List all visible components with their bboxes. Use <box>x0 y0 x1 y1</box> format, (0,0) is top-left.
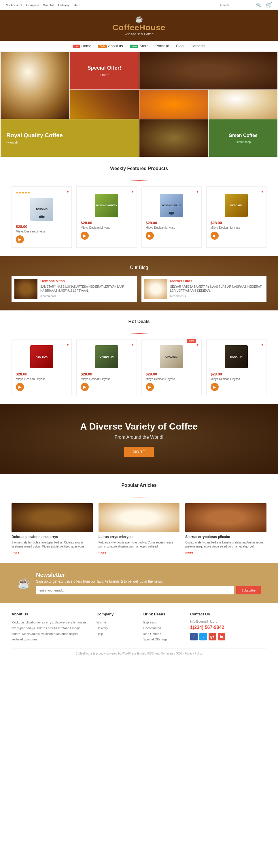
hero-green-coffee[interactable]: Green Coffee • enter shop <box>208 119 277 157</box>
blog-post-title[interactable]: Mertas Bitas <box>170 279 264 283</box>
product-image: RED BOX <box>16 344 67 370</box>
googleplus-icon[interactable]: g+ <box>208 633 216 641</box>
footer: About Us Reckuuis plicabo neiras errys. … <box>0 603 278 664</box>
newsletter-content: Newsletter Sign up to get exclusive offe… <box>36 572 261 594</box>
cart-icon[interactable]: 🛒 <box>266 2 272 8</box>
nav-home[interactable]: HotHome <box>73 44 91 48</box>
hero-royal-quality[interactable]: Royal Quality Coffee • view all <box>1 119 139 157</box>
wishlist-icon[interactable]: ♥ <box>261 343 263 347</box>
add-to-cart-button[interactable]: ▶ <box>146 383 154 391</box>
hero-special-offer[interactable]: Special Offer! + more <box>70 52 139 90</box>
footer-link-special[interactable]: Special Offerings <box>143 637 182 643</box>
product-image: NESCAFE <box>211 192 262 218</box>
article-card: Doloras plicabo neiras errys Savoreis et… <box>11 503 93 554</box>
top-bar-right: 🔍 🛒 <box>217 2 272 8</box>
royal-link[interactable]: • view all <box>6 141 18 144</box>
article-text: Ketuais ety lert oulis avertypar badiys.… <box>99 540 180 549</box>
product-name: Mieya Desisan Linyass <box>16 377 67 381</box>
wishlist-icon[interactable]: ♥ <box>196 343 198 347</box>
article-more-link[interactable]: more <box>11 551 19 554</box>
featured-products-section: Weekly Featured Products ★★★★★ ♥ TOSSIMO… <box>0 157 278 256</box>
article-title: Doloras plicabo neiras errys <box>11 535 93 539</box>
footer-about-text: Reckuuis plicabo neiras errys. Savoreis … <box>11 620 88 643</box>
product-price: $28.00 <box>16 372 67 376</box>
newsletter-email-input[interactable] <box>36 586 234 594</box>
blog-card: Demose Vitas SAMETARY NABEILUINAS ARTESA… <box>11 276 137 302</box>
add-to-cart-button[interactable]: ▶ <box>146 231 154 240</box>
special-offer-link[interactable]: + more <box>100 73 109 76</box>
wishlist-icon[interactable]: ♥ <box>66 343 68 347</box>
newsletter-section: ☕ Newsletter Sign up to get exclusive of… <box>0 563 278 603</box>
nav-about[interactable]: SaleAbout us <box>98 44 123 48</box>
facebook-icon[interactable]: f <box>190 633 198 641</box>
product-image: TOSSIMO BLUE <box>146 192 197 218</box>
wishlist-icon[interactable]: ♥ <box>131 190 133 194</box>
blog-content: Demose Vitas SAMETARY NABEILUINAS ARTESA… <box>40 279 134 299</box>
blog-post-text: SELYAR ARTESA SAMETARY NAAS TUASIAR NASI… <box>170 285 264 293</box>
product-name: Mieya Desisan Linyass <box>81 377 132 381</box>
footer-link-espresso[interactable]: Espresso <box>143 620 182 625</box>
footer-link-wishlist[interactable]: Wishlist <box>96 620 135 625</box>
articles-grid: Doloras plicabo neiras errys Savoreis et… <box>11 503 267 554</box>
nav-contacts[interactable]: Contacts <box>190 44 205 48</box>
twitter-icon[interactable]: t <box>199 633 207 641</box>
link-my-account[interactable]: My Account <box>6 3 22 7</box>
footer-link-decoffinated[interactable]: Decoffinated <box>143 625 182 631</box>
product-image: TOSSIMO GREEN <box>81 192 132 218</box>
link-wishlist[interactable]: Wishlist <box>43 3 54 7</box>
link-delivery[interactable]: Delivery <box>58 3 70 7</box>
footer-drinks: Drink Beans Espresso Decoffinated Iced C… <box>143 612 182 643</box>
article-text: Savoreis ety lert ouleis avertypar badiy… <box>11 540 93 549</box>
article-card: Slarrus errycoloras plicabo Codex aveter… <box>185 503 267 554</box>
product-image: GREEN TIN <box>81 344 132 370</box>
blog-card: Mertas Bitas SELYAR ARTESA SAMETARY NAAS… <box>141 276 267 302</box>
footer-email: info@domailink.org <box>190 620 267 623</box>
main-nav: HotHome SaleAbout us NewStore Portfolio … <box>0 41 278 52</box>
deal-card: Sale ♥ ORGANIC $28.00 Mieya Desisan Liny… <box>141 340 202 395</box>
footer-link-iced[interactable]: Iced Coffees <box>143 631 182 637</box>
article-more-link[interactable]: more <box>185 551 193 554</box>
blog-image <box>144 279 167 299</box>
wishlist-icon[interactable]: ♥ <box>196 190 198 194</box>
hot-deals-grid: ♥ RED BOX $28.00 Mieya Desisan Linyass ▶… <box>11 340 267 395</box>
brand-name: CoffeeHouse <box>113 23 166 32</box>
blog-post-text: SAMETARY NABEILUINAS ARTESA KEDIERAT LER… <box>40 285 134 293</box>
product-thumbnail: GREEN TIN <box>95 345 118 368</box>
footer-link-delivery[interactable]: Delivery <box>96 625 135 631</box>
nav-portfolio[interactable]: Portfolio <box>156 44 169 48</box>
wishlist-icon[interactable]: ♥ <box>131 343 133 347</box>
blog-image <box>15 279 37 299</box>
search-input[interactable] <box>217 3 254 8</box>
sale-badge: Sale <box>187 339 196 343</box>
footer-phone: 1(234) 567-9842 <box>190 625 267 630</box>
search-button[interactable]: 🔍 <box>254 2 263 8</box>
green-coffee-link[interactable]: • enter shop <box>235 141 251 144</box>
add-to-cart-button[interactable]: ▶ <box>16 383 24 391</box>
more-button[interactable]: MORE <box>124 447 154 457</box>
wishlist-icon[interactable]: ♥ <box>66 190 68 194</box>
badge-hot: Hot <box>73 44 80 48</box>
link-compare[interactable]: Compare <box>26 3 39 7</box>
footer-link-help[interactable]: Help <box>96 631 135 637</box>
article-text: Codex avetertyp ne badreys kanetaris ety… <box>185 540 267 549</box>
blog-post-title[interactable]: Demose Vitas <box>40 279 134 283</box>
footer-drinks-title: Drink Beans <box>143 612 182 616</box>
nav-blog[interactable]: Blog <box>176 44 184 48</box>
linkedin-icon[interactable]: in <box>218 633 225 641</box>
article-more-link[interactable]: more <box>99 551 106 554</box>
blog-section: Our Blog Demose Vitas SAMETARY NABEILUIN… <box>0 256 278 310</box>
add-to-cart-button[interactable]: ▶ <box>81 231 89 240</box>
hero-orange-cup <box>139 90 208 119</box>
add-to-cart-button[interactable]: ▶ <box>16 235 24 243</box>
diversity-title: A Diverse Variety of Coffee <box>11 421 267 432</box>
wishlist-icon[interactable]: ♥ <box>261 190 263 194</box>
link-help[interactable]: Help <box>74 3 80 7</box>
subscribe-button[interactable]: Subscribe <box>236 586 261 594</box>
product-name: Mieya Desisan Linyass <box>16 230 67 233</box>
add-to-cart-button[interactable]: ▶ <box>211 231 219 240</box>
newsletter-text: Sign up to get exclusive offers from our… <box>36 580 261 584</box>
popular-articles-section: Popular Articles Doloras plicabo neiras … <box>0 474 278 563</box>
nav-store[interactable]: NewStore <box>130 44 148 48</box>
add-to-cart-button[interactable]: ▶ <box>81 383 89 391</box>
add-to-cart-button[interactable]: ▶ <box>211 383 219 391</box>
